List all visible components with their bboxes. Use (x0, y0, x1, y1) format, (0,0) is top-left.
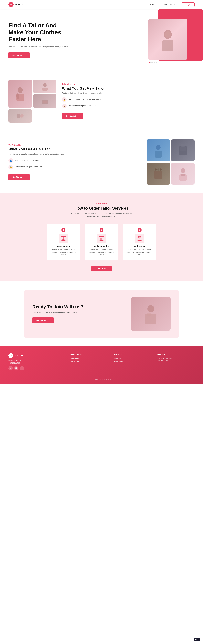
hero-dot-1[interactable] (148, 62, 150, 63)
tailor-image-2 (33, 80, 56, 93)
how-title: How to Order Tailor Services (8, 206, 194, 210)
copyright-text: © Copyright 2021 Nisik.Id (8, 379, 194, 381)
footer-navigation-col: NAVIGATION Learn More How It Works (70, 353, 108, 370)
svg-rect-1 (162, 40, 174, 51)
svg-point-6 (43, 83, 46, 87)
navbar: NI NISIK.ID ABOUT US HOW IT WORKS Login (0, 0, 203, 9)
step-1-desc: Far far away, behind the word mountains,… (50, 248, 77, 256)
tailor-benefits-title: What You Get As a Tailor (62, 86, 194, 90)
svg-rect-28 (100, 238, 102, 239)
logo[interactable]: NI NISIK.ID (8, 2, 23, 7)
footer-brand: NI NISIK.ID nisik@gmail.com +62313189400… (8, 353, 65, 370)
step-3-card: 3 Order Sent Far far away, behind the wo… (123, 224, 156, 260)
footer-nav-link-1[interactable]: Learn More (70, 357, 108, 359)
step-3-desc: Far far away, behind the word mountains,… (126, 248, 153, 256)
step-1-icon (58, 234, 68, 243)
svg-rect-15 (180, 147, 186, 151)
tailor-cta-button[interactable]: Get Started → (62, 113, 83, 119)
nav-how-it-works[interactable]: HOW IT WORKS (163, 4, 177, 6)
footer-about-col: About Us About Tailor About Users (114, 353, 152, 370)
user-cta-button[interactable]: Get Started → (8, 174, 30, 180)
tailor-image-4 (8, 109, 32, 122)
step-3-name: Order Sent (126, 245, 153, 247)
user-section-label: User's Benefits (8, 144, 141, 146)
svg-rect-29 (100, 239, 102, 240)
step-1-name: Create Account (50, 245, 77, 247)
user-benefits-content: User's Benefits What You Get As a User F… (8, 144, 141, 180)
step-2-badge: 2 (100, 228, 104, 232)
svg-point-12 (156, 145, 160, 150)
tailor-benefit-item-2: 🔒 Transactions are guaranteed safe (62, 104, 194, 108)
step-1-card: 1 Create Account Far far away, behind th… (46, 224, 80, 260)
user-image-4 (171, 163, 194, 184)
join-desc: You can get more customers than ever by … (32, 311, 83, 314)
footer-top: NI NISIK.ID nisik@gmail.com +62313189400… (8, 353, 194, 370)
join-image (131, 297, 170, 331)
step-3-badge: 3 (138, 228, 142, 232)
tailor-benefits-section: Tailor's Benefits What You Get As a Tail… (0, 71, 203, 131)
step-2-icon (96, 234, 106, 243)
nav-about[interactable]: ABOUT US (148, 4, 158, 6)
arrow-icon: → (77, 115, 79, 117)
user-benefit-text-2: Transactions are guaranteed safe (15, 165, 42, 168)
logo-text: NISIK.ID (15, 4, 23, 6)
svg-rect-10 (17, 114, 20, 118)
svg-rect-34 (146, 312, 150, 316)
login-button[interactable]: Login (182, 2, 194, 7)
footer-nav-title: NAVIGATION (70, 353, 108, 355)
step-1-badge: 1 (62, 228, 66, 232)
footer-about-link-2[interactable]: About Users (114, 360, 152, 362)
footer-logo: NI NISIK.ID (8, 353, 65, 358)
hero-dot-2[interactable] (150, 62, 152, 63)
twitter-icon[interactable]: t (20, 366, 24, 370)
svg-point-25 (62, 237, 64, 239)
user-benefits-title: What You Get As a User (8, 147, 141, 152)
step-2-desc: Far far away, behind the word mountains,… (88, 248, 115, 256)
step-2-card: 2 Make an Order Far far away, behind the… (84, 224, 118, 260)
hero-subtitle: Memudahkan kamu dalam membuat baju denga… (8, 46, 70, 48)
hero-dot-5[interactable] (156, 62, 157, 63)
hero-cta-button[interactable]: Get Started → (8, 52, 30, 58)
svg-rect-27 (100, 238, 103, 238)
how-section-label: How It Works (8, 203, 194, 205)
svg-point-36 (16, 368, 17, 369)
tailor-benefit-text-1: The price is according to the minimum wa… (68, 97, 104, 100)
hero-title: Find A Tailor And Make Your Clothes Easi… (8, 22, 70, 43)
arrow-icon: → (24, 54, 26, 56)
footer-logo-text: NISIK.ID (14, 354, 23, 357)
learn-more-button[interactable]: Learn More (92, 266, 112, 272)
learn-more-wrap: Learn More (8, 260, 194, 272)
svg-rect-23 (182, 174, 184, 176)
footer-about-link-1[interactable]: About Tailor (114, 357, 152, 359)
lock-icon: 🔒 (8, 165, 13, 169)
tailor-benefit-item-1: 💰 The price is according to the minimum … (62, 97, 194, 102)
join-text: Ready To Join With us? You can get more … (32, 304, 83, 323)
user-benefit-item-1: 👤 Make it easy to meet the tailor (8, 158, 141, 163)
user-benefit-item-2: 🔒 Transactions are guaranteed safe (8, 165, 141, 169)
hero-section: Find A Tailor And Make Your Clothes Easi… (0, 9, 203, 71)
hero-image-wrap (146, 18, 194, 62)
facebook-icon[interactable]: f (8, 366, 13, 370)
footer-kontak-col: KONTAK Nisik.id@gmail.com 082138193490 (157, 353, 194, 370)
svg-point-19 (157, 168, 160, 170)
step-arrow-1: → (80, 231, 84, 234)
shield-icon: 🔒 (62, 104, 66, 108)
svg-rect-7 (42, 88, 48, 90)
footer-kontak-title: KONTAK (157, 353, 194, 355)
user-benefits-section: User's Benefits What You Get As a User F… (0, 131, 203, 193)
step-3-icon (135, 234, 144, 243)
step-arrow-2: → (118, 231, 123, 234)
join-cta-button[interactable]: Get Started → (32, 317, 54, 323)
tailor-section-label: Tailor's Benefits (62, 83, 194, 85)
hero-dot-4[interactable] (154, 62, 155, 63)
social-links: f t (8, 366, 65, 370)
svg-point-3 (18, 87, 23, 93)
svg-point-2 (165, 31, 170, 38)
step-2-name: Make an Order (88, 245, 115, 247)
footer-nav-link-2[interactable]: How It Works (70, 360, 108, 362)
svg-point-21 (181, 168, 185, 173)
hero-dot-3[interactable] (152, 62, 154, 63)
svg-rect-17 (154, 171, 162, 179)
tailor-benefits-desc: Features that you will get if you regist… (62, 92, 194, 94)
instagram-icon[interactable] (14, 366, 18, 370)
